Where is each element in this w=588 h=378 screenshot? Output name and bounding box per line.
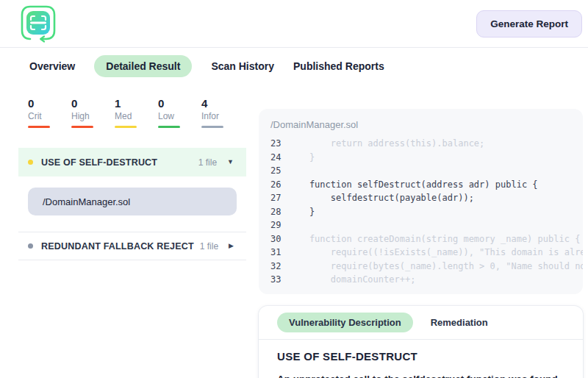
stat-underline bbox=[115, 126, 137, 128]
line-number: 26 bbox=[270, 179, 288, 190]
tab-detailed-result[interactable]: Detailed Result bbox=[94, 55, 192, 77]
code-text: function selfDestruct(address adr) publi… bbox=[288, 179, 538, 190]
stat-count: 1 bbox=[115, 97, 138, 110]
vulnerability-heading: USE OF SELF-DESTRUCT bbox=[277, 350, 583, 363]
stat-label: Crit bbox=[28, 111, 51, 121]
stat-count: 0 bbox=[158, 97, 182, 110]
line-number: 27 bbox=[270, 193, 288, 203]
line-number: 30 bbox=[270, 234, 288, 244]
stat-crit: 0 Crit bbox=[28, 97, 51, 128]
code-filename: /DomainManager.sol bbox=[270, 119, 583, 130]
code-line: 28 } bbox=[270, 205, 583, 219]
issue-title: REDUNDANT FALLBACK REJECT bbox=[41, 241, 194, 252]
stat-infor: 4 Infor bbox=[201, 97, 225, 128]
code-line: 23 return address(this).balance; bbox=[270, 137, 583, 151]
issue-row-self-destruct[interactable]: USE OF SELF-DESTRUCT 1 file ▼ bbox=[18, 148, 246, 176]
code-line: 32 require(bytes(_name).length > 0, "Nam… bbox=[270, 260, 583, 274]
stat-label: Infor bbox=[201, 111, 225, 121]
stat-underline bbox=[28, 126, 50, 128]
line-number: 28 bbox=[270, 207, 288, 217]
divider bbox=[259, 339, 583, 340]
stat-count: 4 bbox=[201, 97, 225, 110]
app-header: Generate Report bbox=[0, 0, 588, 48]
severity-summary: 0 Crit 0 High 1 Med 0 Low 4 Infor bbox=[18, 97, 246, 128]
code-text: domainCounter++; bbox=[288, 274, 415, 285]
stat-count: 0 bbox=[71, 97, 95, 110]
issue-title: USE OF SELF-DESTRUCT bbox=[41, 157, 157, 168]
tab-scan-history[interactable]: Scan History bbox=[211, 55, 274, 77]
code-text: } bbox=[288, 207, 315, 217]
chevron-right-icon[interactable]: ▶ bbox=[229, 243, 234, 249]
severity-dot-icon bbox=[28, 160, 33, 165]
issue-file-count: 1 file bbox=[200, 241, 218, 252]
findings-sidebar: 0 Crit 0 High 1 Med 0 Low 4 Infor bbox=[18, 85, 246, 260]
code-line: 24 } bbox=[270, 151, 583, 165]
code-text: return address(this).balance; bbox=[288, 138, 484, 149]
detail-tabbar: Vulnerability Description Remediation bbox=[259, 306, 583, 339]
detail-panel: /DomainManager.sol 23 return address(thi… bbox=[259, 85, 583, 378]
stat-label: High bbox=[71, 111, 95, 121]
stat-low: 0 Low bbox=[158, 97, 182, 128]
severity-dot-icon bbox=[28, 243, 33, 249]
stat-med: 1 Med bbox=[115, 97, 138, 128]
line-number: 25 bbox=[270, 165, 288, 176]
code-viewer: /DomainManager.sol 23 return address(thi… bbox=[259, 109, 583, 294]
vulnerability-detail-card: Vulnerability Description Remediation US… bbox=[259, 306, 583, 378]
line-number: 24 bbox=[270, 152, 288, 163]
stat-high: 0 High bbox=[71, 97, 95, 128]
tab-overview[interactable]: Overview bbox=[29, 55, 75, 77]
scanner-logo-icon bbox=[18, 3, 58, 44]
main-content: 0 Crit 0 High 1 Med 0 Low 4 Infor bbox=[0, 85, 588, 378]
tab-vulnerability-description[interactable]: Vulnerability Description bbox=[277, 313, 413, 332]
stat-label: Med bbox=[115, 111, 138, 121]
issue-file-count: 1 file bbox=[198, 157, 217, 168]
code-line: 25 bbox=[270, 164, 583, 178]
code-text: selfdestruct(payable(adr)); bbox=[288, 193, 474, 203]
line-number: 23 bbox=[270, 138, 288, 149]
vulnerability-description-text: An unprotected call to the selfdesctruct… bbox=[277, 374, 564, 378]
code-line: 29 bbox=[270, 218, 583, 232]
line-number: 32 bbox=[270, 261, 288, 271]
code-text: } bbox=[288, 152, 315, 163]
code-text: function createDomain(string memory _nam… bbox=[288, 234, 580, 244]
stat-count: 0 bbox=[28, 97, 51, 110]
tab-published-reports[interactable]: Published Reports bbox=[293, 55, 384, 77]
code-text: require(bytes(_name).length > 0, "Name s… bbox=[288, 261, 583, 271]
code-text: require((!isExists(_name)), "This domain… bbox=[288, 247, 583, 257]
app-logo bbox=[18, 3, 58, 44]
tab-remediation[interactable]: Remediation bbox=[431, 317, 488, 328]
stat-underline bbox=[158, 126, 180, 128]
stat-label: Low bbox=[158, 111, 182, 121]
code-line: 33 domainCounter++; bbox=[270, 273, 583, 287]
stat-underline bbox=[201, 126, 223, 128]
code-line: 27 selfdestruct(payable(adr)); bbox=[270, 191, 583, 205]
code-line: 30 function createDomain(string memory _… bbox=[270, 232, 583, 246]
line-number: 31 bbox=[270, 247, 288, 257]
main-tabbar: Overview Detailed Result Scan History Pu… bbox=[0, 48, 588, 85]
file-item-domainmanager[interactable]: /DomainManager.sol bbox=[28, 188, 237, 215]
line-number: 33 bbox=[270, 274, 288, 285]
issue-row-redundant-fallback[interactable]: REDUNDANT FALLBACK REJECT 1 file ▶ bbox=[18, 232, 246, 260]
stat-underline bbox=[71, 126, 93, 128]
chevron-down-icon[interactable]: ▼ bbox=[227, 159, 234, 165]
line-number: 29 bbox=[270, 220, 288, 230]
generate-report-button[interactable]: Generate Report bbox=[476, 10, 582, 38]
code-line: 31 require((!isExists(_name)), "This dom… bbox=[270, 246, 583, 260]
code-line: 26 function selfDestruct(address adr) pu… bbox=[270, 178, 583, 192]
